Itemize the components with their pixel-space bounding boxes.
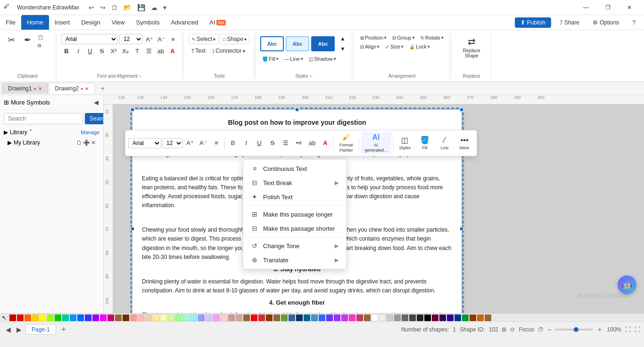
fit-page-btn[interactable]: ⛶ (625, 326, 631, 333)
styles-expand-btn[interactable]: ⤡ (309, 74, 313, 79)
style-box-3[interactable]: Abc (311, 36, 335, 51)
shape-btn[interactable]: □ Shape ▾ (220, 34, 250, 44)
menu-ai[interactable]: AI hot (204, 15, 231, 30)
close-btn[interactable]: ✕ (619, 0, 640, 15)
handle-mr[interactable] (460, 227, 463, 231)
tab-drawing2[interactable]: Drawing2 ● ✕ (49, 83, 95, 94)
search-button[interactable]: Search (85, 113, 104, 124)
minimize-btn[interactable]: — (575, 0, 597, 15)
more-symbols-btn[interactable]: ⊞ More Symbols (4, 99, 50, 106)
page-prev-btn[interactable]: ◀ (4, 325, 13, 334)
sidebar-library-section[interactable]: ▶ Library ˅ Manage (0, 127, 103, 137)
focus-btn[interactable]: ⊙ (510, 326, 515, 333)
ft-fill-btn[interactable]: 🪣 Fill (415, 135, 434, 151)
undo-btn[interactable]: ↩ (87, 3, 96, 12)
ft-size-select[interactable]: 12 (162, 138, 183, 148)
ft-font-select[interactable]: Arial (128, 138, 161, 148)
lock-btn[interactable]: 🔒 Lock ▾ (407, 43, 432, 50)
subscript-btn[interactable]: X₂ (120, 46, 131, 56)
handle-tl[interactable] (131, 108, 134, 112)
align-btn[interactable]: ⊟ Align ▾ (358, 43, 381, 50)
color-swatch[interactable] (153, 315, 159, 321)
ft-highlight-btn[interactable]: ab (306, 137, 318, 149)
color-swatch[interactable] (221, 315, 227, 321)
menu-view[interactable]: View (106, 15, 131, 30)
connector-btn[interactable]: ⤵ Connector ▾ (209, 46, 248, 56)
color-swatch[interactable] (123, 315, 129, 321)
ctx-make-shorter[interactable]: ⊟ Make this passage shorter (243, 221, 346, 235)
color-swatch[interactable] (258, 315, 265, 321)
color-swatch[interactable] (387, 315, 393, 321)
color-swatch[interactable] (326, 315, 333, 321)
palette-arrow-left[interactable]: ↖ (2, 315, 7, 321)
ctx-polish-text[interactable]: ✦ Polish Text (243, 190, 346, 204)
handle-tr[interactable] (460, 108, 463, 112)
size-btn[interactable]: ⤢ Size ▾ (383, 43, 405, 50)
color-swatch[interactable] (439, 315, 446, 321)
menu-insert[interactable]: Insert (49, 15, 76, 30)
color-swatch[interactable] (175, 315, 182, 321)
list-btn[interactable]: ☰ (144, 46, 154, 56)
zoom-slider[interactable] (555, 329, 593, 331)
page-tab-1[interactable]: Page-1 (25, 324, 56, 335)
tab-drawing1[interactable]: Drawing1 ● ✕ (2, 83, 48, 94)
tab-drawing1-close[interactable]: ✕ (38, 86, 42, 91)
color-swatch[interactable] (356, 315, 363, 321)
tab-drawing2-close[interactable]: ✕ (85, 86, 89, 91)
color-swatch[interactable] (454, 315, 461, 321)
color-swatch[interactable] (160, 315, 167, 321)
color-swatch[interactable] (115, 315, 122, 321)
font-color-btn[interactable]: A (167, 46, 178, 56)
replace-shape-btn[interactable]: ⇄ Replace Shape (456, 34, 487, 60)
style-scroll-down[interactable]: ▼ (338, 44, 348, 54)
my-library-new-btn[interactable]: 🗋 (76, 139, 82, 146)
color-swatch[interactable] (379, 315, 386, 321)
redo-btn[interactable]: ↪ (98, 3, 107, 12)
page-next-btn[interactable]: ▶ (15, 325, 24, 334)
color-swatch[interactable] (213, 315, 220, 321)
color-swatch[interactable] (394, 315, 401, 321)
text-btn[interactable]: T Text (189, 46, 208, 56)
paste-btn[interactable]: 📋 (36, 34, 51, 41)
color-swatch[interactable] (25, 315, 31, 321)
color-swatch[interactable] (17, 315, 24, 321)
bold-btn[interactable]: B (61, 46, 72, 56)
color-swatch[interactable] (251, 315, 257, 321)
color-swatch[interactable] (40, 315, 46, 321)
format-painter-ribbon-btn[interactable]: ✒ (20, 34, 35, 46)
color-swatch[interactable] (138, 315, 144, 321)
italic-btn[interactable]: I (73, 46, 83, 56)
more-quick-btn[interactable]: ▾ (161, 3, 168, 12)
ctx-translate[interactable]: ⊕ Translate ▶ (243, 253, 346, 267)
ctx-make-longer[interactable]: ⊞ Make this passage longer (243, 207, 346, 221)
menu-home[interactable]: Home (21, 15, 49, 30)
font-size-select[interactable]: 12 (119, 34, 143, 44)
ft-list-btn[interactable]: ☰ (280, 137, 292, 149)
color-swatch[interactable] (47, 315, 54, 321)
color-swatch[interactable] (100, 315, 107, 321)
color-swatch[interactable] (243, 315, 250, 321)
ft-line-btn[interactable]: ⁄ Line (435, 135, 454, 151)
ft-italic-btn[interactable]: I (240, 137, 252, 149)
color-swatch[interactable] (107, 315, 114, 321)
cloud-save-btn[interactable]: ☁ (149, 3, 159, 12)
color-swatch[interactable] (198, 315, 205, 321)
menu-symbols[interactable]: Symbols (131, 15, 165, 30)
highlight-btn[interactable]: ab (156, 46, 166, 56)
color-swatch[interactable] (409, 315, 416, 321)
ctx-continuous-text[interactable]: ≡ Continuous Text (243, 161, 346, 176)
handle-ml[interactable] (131, 227, 134, 231)
color-swatch[interactable] (55, 315, 61, 321)
zoom-in-btn[interactable]: ＋ (596, 325, 603, 334)
color-swatch[interactable] (341, 315, 348, 321)
add-page-btn[interactable]: ＋ (58, 324, 69, 334)
font-size-increase-btn[interactable]: A⁺ (144, 34, 155, 44)
fullscreen-btn[interactable]: ⛶ (635, 326, 640, 333)
ft-size-dec-btn[interactable]: A⁻ (197, 137, 209, 149)
share-btn[interactable]: ⤴ Share (555, 17, 584, 28)
color-swatch[interactable] (273, 315, 280, 321)
color-swatch[interactable] (206, 315, 212, 321)
color-swatch[interactable] (190, 315, 197, 321)
add-tab-btn[interactable]: ＋ (96, 82, 110, 95)
ft-styles-btn[interactable]: ◫ Styles (396, 135, 415, 151)
